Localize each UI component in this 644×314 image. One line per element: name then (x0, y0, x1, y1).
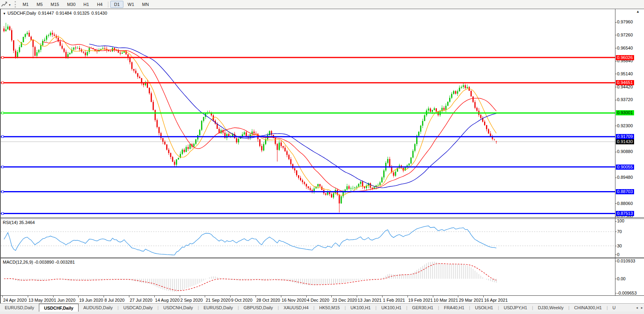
axis-tick (615, 221, 617, 222)
timeframe-button-h4[interactable]: H4 (93, 1, 106, 8)
date-tick (78, 296, 79, 297)
timeframe-button-m15[interactable]: M15 (47, 1, 63, 8)
tab-eurusd-daily[interactable]: EURUSD,Daily (0, 304, 39, 312)
tab-usdchf-daily[interactable]: USDCHF,Daily (39, 304, 79, 312)
date-tick (256, 296, 256, 297)
date-tick (205, 296, 205, 297)
axis-tick (615, 22, 617, 23)
date-tick (230, 296, 231, 297)
axis-tick (615, 178, 617, 178)
price-axis-label: 0.89480 (617, 175, 633, 180)
tab-usoil-h1[interactable]: USOil,H1 (470, 304, 498, 312)
date-label: 19 Jun 2020 (79, 298, 103, 303)
date-label: 8 Jul 2020 (104, 298, 125, 303)
price-axis-label: 0.88060 (617, 201, 633, 206)
date-tick (154, 296, 155, 297)
timeframe-button-w1[interactable]: W1 (124, 1, 138, 8)
axis-tick (615, 203, 617, 204)
timeframe-button-m30[interactable]: M30 (63, 1, 79, 8)
rsi-axis-label: 0 (617, 252, 619, 257)
level-price-label: 0.91430 (616, 139, 634, 144)
axis-tick (615, 74, 617, 74)
axis-tick (615, 152, 617, 152)
price-axis-label: 0.97260 (617, 33, 633, 38)
chevron-down-icon[interactable]: ▼ (8, 4, 11, 6)
level-price-label: 0.87513 (616, 211, 634, 216)
timeframe-button-mn[interactable]: MN (138, 1, 152, 8)
macd-axis-label: -0.009653 (617, 291, 637, 296)
axis-tick (615, 216, 617, 217)
main-price-chart[interactable] (1, 10, 615, 217)
price-axis-label: 0.92300 (617, 123, 633, 128)
date-tick (53, 296, 54, 297)
rsi-indicator-panel[interactable] (1, 219, 615, 257)
tab-scroll-left-icon[interactable]: ◂ (636, 306, 638, 310)
tab-usdcnh-daily[interactable]: USDCNH,Daily (159, 304, 198, 312)
tab-fra40-h1[interactable]: FRA40,H1 (439, 304, 469, 312)
tab-uk100-h1[interactable]: UK100,H1 (346, 304, 375, 312)
timeframe-button-m5[interactable]: M5 (33, 1, 46, 8)
date-label: 16 Apr 2021 (484, 298, 508, 303)
hline-handle (2, 82, 4, 84)
date-tick (433, 296, 433, 297)
price-axis-border (615, 9, 615, 295)
tab-scroll-arrows: ◂▸ (636, 304, 643, 312)
ma-21 (43, 40, 496, 191)
date-label: 24 Apr 2020 (3, 298, 27, 303)
axis-tick (615, 61, 617, 61)
date-label: 19 Feb 2021 (408, 298, 433, 303)
quote-low: 0.91325 (74, 11, 90, 15)
axis-tick (615, 100, 617, 100)
rsi-value: 35.3464 (19, 220, 35, 225)
symbol-label: USDCHF,Daily (8, 11, 36, 15)
panel-separator[interactable] (1, 217, 644, 218)
price-axis-label: 0.90880 (617, 149, 633, 154)
panel-separator[interactable] (1, 257, 644, 258)
chart-shift-icon[interactable]: ▲ (636, 10, 640, 13)
chart-tool-button[interactable]: ▼ (1, 2, 12, 7)
tab-china300-h1[interactable]: CHINA300,H1 (569, 304, 607, 312)
tab-audusd-daily[interactable]: AUDUSD,Daily (79, 304, 117, 312)
timeframe-button-h1[interactable]: H1 (80, 1, 92, 8)
timeframe-button-d1[interactable]: D1 (110, 1, 123, 8)
macd-indicator-panel[interactable] (1, 258, 615, 295)
timeframe-button-m1[interactable]: M1 (19, 1, 32, 8)
chart-tool-icon (1, 2, 8, 7)
level-price-label: 0.96026 (616, 55, 634, 60)
date-tick (104, 296, 104, 297)
tab-usdjpy-h1[interactable]: USDJPY,H1 (499, 304, 532, 312)
tab-usdcad-daily[interactable]: USDCAD,Daily (119, 304, 158, 312)
tab-u[interactable]: U (608, 304, 621, 312)
panel-separator[interactable] (1, 258, 644, 258)
top-toolbar: ▼ M1M5M15M30H1H4D1W1MN (0, 0, 644, 9)
date-label: 9 Oct 2020 (231, 298, 252, 303)
panel-separator[interactable] (1, 218, 644, 219)
macd-value-2: -0.003281 (55, 260, 75, 264)
symbol-dropdown-icon[interactable]: ▼ (3, 12, 6, 15)
date-label: 14 Aug 2020 (155, 298, 180, 303)
toolbar-grip[interactable] (15, 1, 16, 8)
tab-gbpusd-daily[interactable]: GBPUSD,Daily (239, 304, 278, 312)
date-tick (129, 296, 129, 297)
date-label: 27 Jul 2020 (130, 298, 152, 303)
date-label: 16 Nov 2020 (282, 298, 306, 303)
hline-handle (2, 213, 4, 214)
date-label: 28 Oct 2020 (256, 298, 280, 303)
level-price-label: 0.91709 (616, 134, 634, 139)
tab-scroll-right-icon[interactable]: ▸ (641, 306, 643, 310)
time-axis[interactable]: 24 Apr 202013 May 20201 Jun 202019 Jun 2… (1, 296, 615, 303)
tab-ger30-h1[interactable]: GER30,H1 (408, 304, 438, 312)
tab-eurusd-daily[interactable]: EURUSD,Daily (199, 304, 238, 312)
tab-dj30-weekly[interactable]: DJ30,Weekly (533, 304, 569, 312)
tab-xauusd-h4[interactable]: XAUUSD,H4 (279, 304, 313, 312)
tab-hk50-m15[interactable]: HK50,M15 (315, 304, 345, 312)
macd-axis-label: 0.00 (617, 276, 625, 281)
chart-window: ▼USDCHF,Daily0.914470.914840.913250.9143… (0, 9, 644, 304)
tab-uk100-h1[interactable]: UK100,H1 (377, 304, 406, 312)
date-label: 10 Mar 2021 (434, 298, 458, 303)
date-label: 1 Feb 2021 (383, 298, 405, 303)
date-label: 21 Sep 2020 (206, 298, 230, 303)
date-tick (483, 296, 484, 297)
rsi-axis-label: 30 (617, 243, 622, 249)
date-tick (331, 296, 332, 297)
